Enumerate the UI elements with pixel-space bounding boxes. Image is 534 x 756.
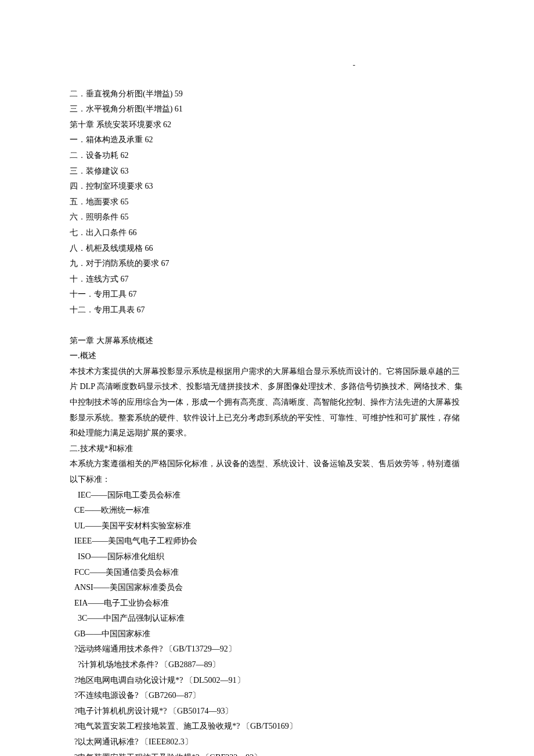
toc-block: 二．垂直视角分析图(半增益) 59三．水平视角分析图(半增益) 61第十章 系统…: [70, 87, 464, 318]
toc-entry: 四．控制室环境要求 63: [70, 179, 464, 195]
standard-line: ?地区电网电调自动化设计规*? 〔DL5002—91〕: [70, 673, 464, 689]
toc-entry: 九．对于消防系统的要求 67: [70, 256, 464, 272]
toc-entry: 一．箱体构造及承重 62: [70, 132, 464, 148]
toc-entry: 三．水平视角分析图(半增益) 61: [70, 102, 464, 117]
standard-line: ?电子计算机机房设计规*? 〔GB50174—93〕: [70, 704, 464, 719]
spacer: [70, 318, 464, 333]
standard-line: FCC——美国通信委员会标准: [70, 565, 464, 581]
toc-entry: 十一．专用工具 67: [70, 287, 464, 303]
standard-line: ANSI——美国国家标准委员会: [70, 580, 464, 596]
standard-line: ?远动终端通用技术条件? 〔GB/T13729—92〕: [70, 642, 464, 657]
toc-entry: 十二．专用工具表 67: [70, 303, 464, 318]
section-1-title: 一.概述: [70, 348, 464, 364]
section-1-body: 本技术方案提供的大屏幕投影显示系统是根据用户需求的大屏幕组合显示系统而设计的。它…: [70, 364, 464, 441]
standard-line: ?计算机场地技术条件? 〔GB2887—89〕: [70, 657, 464, 673]
standard-line: GB——中国国家标准: [70, 627, 464, 642]
toc-entry: 第十章 系统安装环境要求 62: [70, 117, 464, 133]
toc-entry: 八．机柜及线缆规格 66: [70, 241, 464, 257]
toc-entry: 五．地面要求 65: [70, 195, 464, 210]
chapter-heading: 第一章 大屏幕系统概述: [70, 333, 464, 349]
toc-entry: 二．设备功耗 62: [70, 148, 464, 164]
standard-line: UL——美国平安材料实验室标准: [70, 519, 464, 534]
standards-list: IEC——国际电工委员会标准 CE——欧洲统一标准 UL——美国平安材料实验室标…: [70, 488, 464, 756]
standard-line: ?不连续电源设备? 〔GB7260—87〕: [70, 688, 464, 704]
standard-line: 3C——中国产品强制认证标准: [70, 611, 464, 627]
standard-line: IEC——国际电工委员会标准: [70, 488, 464, 503]
standard-line: ?电气装置安装工程接地装置、施工及验收规*? 〔GB/T50169〕: [70, 719, 464, 735]
section-2-title: 二.技术规*和标准: [70, 441, 464, 457]
section-2-intro: 本系统方案遵循相关的严格国际化标准，从设备的选型、系统设计、设备运输及安装、售后…: [70, 456, 464, 487]
standard-line: IEEE——美国电气电子工程师协会: [70, 534, 464, 549]
toc-entry: 二．垂直视角分析图(半增益) 59: [70, 87, 464, 102]
toc-entry: 七．出入口条件 66: [70, 225, 464, 241]
page-header-dash: -: [244, 58, 464, 73]
standard-line: ?电气装置安装工程施工及验收规*? 〔GBF232—92〕: [70, 750, 464, 756]
standard-line: ?以太网通讯标准? 〔IEEE802.3〕: [70, 735, 464, 750]
toc-entry: 十．连线方式 67: [70, 272, 464, 287]
standard-line: EIA——电子工业协会标准: [70, 596, 464, 611]
toc-entry: 六．照明条件 65: [70, 210, 464, 225]
toc-entry: 三．装修建议 63: [70, 164, 464, 179]
standard-line: CE——欧洲统一标准: [70, 503, 464, 519]
standard-line: ISO——国际标准化组织: [70, 549, 464, 565]
